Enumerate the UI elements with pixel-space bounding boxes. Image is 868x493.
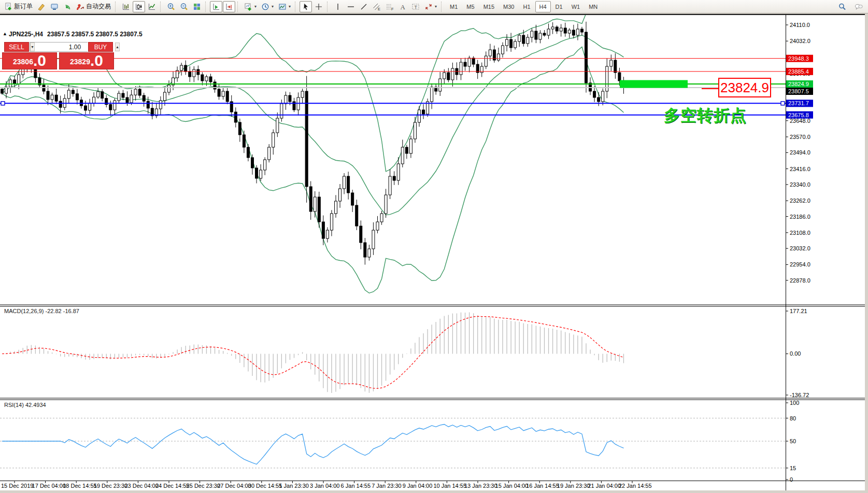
svg-text:23108.0: 23108.0 bbox=[790, 230, 810, 236]
time-axis[interactable]: 15 Dec 201917 Dec 04:0018 Dec 14:5519 De… bbox=[1, 481, 652, 489]
template-icon bbox=[278, 3, 287, 11]
svg-text:-136.72: -136.72 bbox=[790, 392, 809, 398]
timeframe-M5-button[interactable]: M5 bbox=[462, 1, 478, 12]
svg-text:15 Dec 2019: 15 Dec 2019 bbox=[1, 483, 33, 489]
svg-text:24 Dec 14:55: 24 Dec 14:55 bbox=[155, 483, 189, 489]
zoom-out-button[interactable] bbox=[178, 1, 190, 12]
svg-text:25 Dec 23:30: 25 Dec 23:30 bbox=[187, 483, 220, 489]
svg-text:100: 100 bbox=[790, 400, 799, 406]
toolbar-separator bbox=[160, 2, 163, 12]
clock-icon bbox=[261, 3, 269, 11]
timeframe-MN-button[interactable]: MN bbox=[585, 1, 602, 12]
turning-point-annotation[interactable]: 多空转折点 bbox=[664, 105, 747, 126]
horizontal-line-button[interactable] bbox=[345, 1, 357, 12]
svg-text:23340.0: 23340.0 bbox=[790, 181, 810, 188]
svg-text:E: E bbox=[378, 6, 380, 11]
svg-text:3 Jan 04:00: 3 Jan 04:00 bbox=[310, 483, 340, 489]
svg-text:23032.0: 23032.0 bbox=[790, 245, 810, 251]
signal-icon bbox=[63, 3, 72, 11]
timeframe-W1-button[interactable]: W1 bbox=[567, 1, 585, 12]
new-order-button[interactable]: 新订单 bbox=[2, 1, 35, 12]
new-chart-button[interactable]: ▾ bbox=[242, 1, 259, 12]
newchart-icon bbox=[244, 3, 252, 11]
chevron-down-icon: ▾ bbox=[272, 4, 274, 9]
sell-price-button[interactable]: 23806.0 bbox=[2, 52, 57, 69]
chat-button[interactable] bbox=[852, 1, 865, 12]
chart-symbol-period: JPN225-,H4 bbox=[9, 31, 43, 38]
zoom-in-button[interactable] bbox=[165, 1, 177, 12]
volume-decrease-button[interactable]: ▼ bbox=[30, 43, 35, 51]
line-selection-handle[interactable] bbox=[781, 102, 785, 105]
chartshift-icon bbox=[225, 3, 233, 11]
rsi-panel[interactable]: 1008050150 bbox=[0, 400, 799, 483]
macd-panel[interactable]: 177.210.00-136.72 bbox=[2, 308, 809, 398]
timeframe-H1-button[interactable]: H1 bbox=[519, 1, 534, 12]
line-selection-handle[interactable] bbox=[1, 102, 5, 105]
buy-price-button[interactable]: 23829.0 bbox=[59, 52, 114, 69]
crayon-icon bbox=[37, 3, 46, 11]
svg-text:T: T bbox=[415, 4, 418, 9]
buy-button[interactable]: BUY bbox=[88, 42, 113, 52]
labelT-icon: T bbox=[411, 3, 420, 11]
chat-icon bbox=[855, 3, 863, 11]
price-tag-connector-line bbox=[702, 88, 718, 89]
vertical-line-button[interactable] bbox=[332, 1, 344, 12]
autotrading-button[interactable]: 自动交易 bbox=[74, 1, 113, 12]
terminal-button[interactable] bbox=[48, 1, 61, 12]
svg-text:23948.3: 23948.3 bbox=[788, 55, 809, 62]
autotrading-icon bbox=[76, 3, 84, 11]
svg-text:19 Jan 23:30: 19 Jan 23:30 bbox=[557, 483, 590, 489]
svg-text:16 Jan 14:55: 16 Jan 14:55 bbox=[526, 483, 559, 489]
svg-text:23 Dec 04:00: 23 Dec 04:00 bbox=[124, 483, 158, 489]
sell-price-main: 23806 bbox=[13, 55, 33, 68]
arrows-button[interactable]: ▾ bbox=[422, 1, 439, 12]
sell-button[interactable]: SELL bbox=[4, 42, 29, 52]
crosshair-button[interactable] bbox=[312, 1, 325, 12]
label-button[interactable]: T bbox=[409, 1, 422, 12]
candle-chart-button[interactable] bbox=[133, 1, 145, 12]
svg-text:30 Dec 14:55: 30 Dec 14:55 bbox=[248, 483, 282, 489]
channel-icon: E bbox=[373, 3, 381, 11]
svg-text:23824.9: 23824.9 bbox=[788, 81, 809, 87]
price-annotation-tag[interactable]: 23824.9 bbox=[718, 78, 771, 97]
svg-text:23731.7: 23731.7 bbox=[788, 100, 809, 106]
chart-shift-button[interactable] bbox=[223, 1, 235, 12]
text-button[interactable]: A bbox=[396, 1, 409, 12]
price-axis[interactable]: 24110.024032.023954.023876.023800.023724… bbox=[786, 22, 813, 284]
timeframe-M15-button[interactable]: M15 bbox=[479, 1, 499, 12]
profiles-button[interactable]: ▾ bbox=[259, 1, 276, 12]
price-plot[interactable] bbox=[0, 15, 786, 293]
volume-increase-button[interactable]: ▲ bbox=[115, 43, 120, 51]
tiles-icon bbox=[193, 3, 201, 11]
zoomin-icon bbox=[167, 3, 175, 11]
svg-text:23262.0: 23262.0 bbox=[790, 198, 810, 204]
signals-button[interactable] bbox=[61, 1, 74, 12]
timeframe-M30-button[interactable]: M30 bbox=[499, 1, 518, 12]
timeframe-D1-button[interactable]: D1 bbox=[551, 1, 567, 12]
window-right-border bbox=[865, 14, 868, 493]
svg-text:F: F bbox=[391, 6, 394, 11]
tile-windows-button[interactable] bbox=[191, 1, 203, 12]
styler-button[interactable] bbox=[35, 1, 48, 12]
timeframe-H4-button[interactable]: H4 bbox=[535, 1, 551, 12]
bar-chart-button[interactable] bbox=[120, 1, 132, 12]
highlight-rectangle[interactable] bbox=[620, 80, 688, 88]
collapse-chart-icon[interactable]: ▲ bbox=[3, 31, 7, 36]
fibonacci-button[interactable]: F bbox=[383, 1, 396, 12]
svg-text:17 Dec 04:00: 17 Dec 04:00 bbox=[32, 483, 66, 489]
cursor-button[interactable] bbox=[300, 1, 312, 12]
svg-text:7 Jan 23:30: 7 Jan 23:30 bbox=[372, 483, 402, 489]
search-button[interactable] bbox=[836, 1, 848, 12]
templates-button[interactable]: ▾ bbox=[276, 1, 293, 12]
svg-text:22878.0: 22878.0 bbox=[790, 277, 810, 284]
autoscroll-icon bbox=[212, 3, 220, 11]
trendline-button[interactable] bbox=[358, 1, 370, 12]
chevron-down-icon: ▾ bbox=[254, 4, 257, 9]
channel-button[interactable]: E bbox=[371, 1, 383, 12]
auto-scroll-button[interactable] bbox=[210, 1, 222, 12]
timeframe-M1-button[interactable]: M1 bbox=[446, 1, 462, 12]
toolbar-right-group bbox=[836, 1, 865, 12]
svg-text:13 Jan 23:30: 13 Jan 23:30 bbox=[464, 483, 497, 489]
line-chart-button[interactable] bbox=[146, 1, 158, 12]
monitor-icon bbox=[50, 3, 59, 11]
